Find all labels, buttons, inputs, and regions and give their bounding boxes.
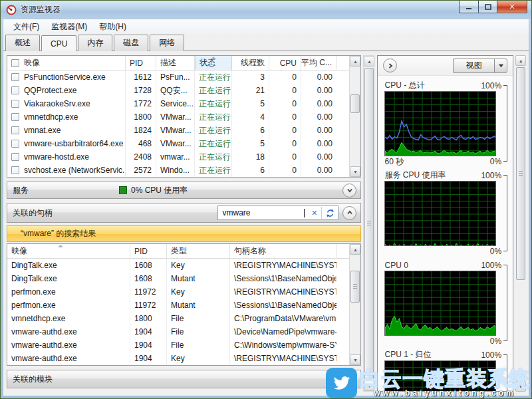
processes-scrollbar[interactable]: ▲ ▼ bbox=[349, 56, 360, 177]
col-header-avg-cpu[interactable]: 平均 C... bbox=[301, 56, 336, 70]
cell-pid: 1772 bbox=[126, 97, 156, 110]
handle-row[interactable]: vmware-authd.exe1904File\Device\NamedPip… bbox=[7, 325, 349, 338]
handles-search-box[interactable]: vmware ✕ bbox=[217, 205, 338, 220]
tab-memory[interactable]: 内存 bbox=[78, 35, 112, 51]
process-row[interactable]: svchost.exe (NetworkServic...2572Windo..… bbox=[7, 164, 349, 177]
col-header-threads[interactable]: 线程数 bbox=[232, 56, 269, 70]
col-header-handle-name[interactable]: 句柄名称 bbox=[230, 244, 336, 258]
search-input[interactable]: vmware bbox=[222, 208, 304, 217]
row-checkbox[interactable] bbox=[11, 140, 19, 148]
scrollbar-thumb[interactable] bbox=[350, 94, 360, 113]
tab-disk[interactable]: 磁盘 bbox=[114, 35, 148, 51]
cell-threads: 6 bbox=[232, 124, 269, 137]
tab-network[interactable]: 网络 bbox=[150, 35, 184, 51]
process-row[interactable]: QQProtect.exe1728QQ安...正在运行2100.00 bbox=[7, 84, 349, 97]
scrollbar-thumb[interactable] bbox=[364, 68, 374, 379]
graph-scale-bracket bbox=[503, 265, 507, 341]
handle-row[interactable]: DingTalk.exe1608Key\REGISTRY\MACHINE\SYS… bbox=[7, 259, 349, 272]
handle-row[interactable]: vmnetdhcp.exe1800FileC:\ProgramData\VMwa… bbox=[7, 312, 349, 325]
handle-row[interactable]: vmware-authd.exe1904FileC:\Windows\temp\… bbox=[7, 338, 349, 352]
cell-image: vmnat.exe bbox=[7, 124, 126, 137]
handle-row[interactable]: vmware-authd.exe1904Key\REGISTRY\MACHINE… bbox=[7, 352, 349, 365]
row-checkbox[interactable] bbox=[11, 166, 19, 174]
row-checkbox[interactable] bbox=[11, 153, 19, 161]
left-panel: 映像 PID 描述 状态 线程数 CPU 平均 C... PsFunctionS… bbox=[7, 55, 361, 392]
cell-pid: 1904 bbox=[130, 325, 167, 338]
scroll-up-icon[interactable]: ▲ bbox=[350, 56, 360, 66]
row-checkbox[interactable] bbox=[11, 113, 19, 121]
services-collapse-button[interactable] bbox=[342, 184, 356, 198]
tab-overview[interactable]: 概述 bbox=[5, 35, 40, 51]
menu-help[interactable]: 帮助(H) bbox=[93, 20, 132, 34]
col-header-status[interactable]: 状态 bbox=[195, 56, 232, 70]
tab-bar: 概述 CPU 内存 磁盘 网络 bbox=[3, 34, 529, 51]
scrollbar-thumb[interactable] bbox=[350, 271, 360, 303]
cell-image: vmware-authd.exe bbox=[7, 352, 130, 365]
menu-file[interactable]: 文件(F) bbox=[7, 20, 45, 34]
refresh-search-button[interactable] bbox=[322, 206, 338, 219]
cell-pid: 1904 bbox=[130, 338, 167, 352]
handles-section-bar[interactable]: 关联的句柄 vmware ✕ bbox=[7, 203, 361, 223]
col-header-pid[interactable]: PID bbox=[126, 56, 156, 70]
view-dropdown-arrow[interactable] bbox=[494, 59, 507, 73]
scroll-up-icon[interactable]: ▲ bbox=[364, 56, 374, 66]
watermark-title: 白云一键重装系统 bbox=[360, 369, 530, 389]
graphs-scrollbar[interactable]: ▲ ▼ bbox=[515, 55, 527, 392]
modules-section-bar[interactable]: 关联的模块 bbox=[7, 370, 361, 388]
chevron-right-icon bbox=[386, 62, 394, 70]
cell-image: vmnetdhcp.exe bbox=[7, 110, 126, 124]
col-header-image[interactable]: 映像 bbox=[7, 56, 126, 70]
clear-search-icon[interactable]: ✕ bbox=[307, 209, 321, 217]
select-all-checkbox[interactable] bbox=[11, 59, 19, 67]
col-header-pid[interactable]: PID bbox=[130, 244, 167, 258]
scroll-up-icon[interactable]: ▲ bbox=[515, 55, 526, 66]
cell-cpu: 0 bbox=[269, 150, 301, 164]
row-checkbox[interactable] bbox=[11, 100, 19, 108]
left-panel-scrollbar[interactable]: ▲ ▼ bbox=[363, 55, 374, 392]
cell-threads: 5 bbox=[232, 137, 269, 150]
scrollbar-thumb[interactable] bbox=[516, 67, 525, 280]
cell-image: PsFunctionService.exe bbox=[7, 70, 126, 84]
process-row[interactable]: PsFunctionService.exe1612PsFun...正在运行300… bbox=[7, 70, 349, 84]
row-checkbox[interactable] bbox=[11, 73, 19, 81]
cell-status: 正在运行 bbox=[195, 110, 232, 124]
process-row[interactable]: vmware-hostd.exe2408vmwar...正在运行1800.00 bbox=[7, 150, 349, 164]
col-header-cpu[interactable]: CPU bbox=[269, 56, 301, 70]
graph-canvas bbox=[384, 91, 496, 156]
cell-avg-cpu: 0.00 bbox=[301, 124, 336, 137]
cell-avg-cpu: 0.00 bbox=[301, 84, 336, 97]
scroll-down-icon[interactable]: ▼ bbox=[350, 354, 360, 365]
processes-rows: PsFunctionService.exe1612PsFun...正在运行300… bbox=[7, 70, 349, 177]
scroll-down-icon[interactable]: ▼ bbox=[350, 166, 360, 177]
row-checkbox[interactable] bbox=[11, 126, 19, 134]
scroll-up-icon[interactable]: ▲ bbox=[350, 244, 360, 255]
menu-monitor[interactable]: 监视器(M) bbox=[45, 20, 93, 34]
view-button-label[interactable]: 视图 bbox=[453, 59, 494, 73]
col-header-type[interactable]: 类型 bbox=[167, 244, 230, 258]
row-checkbox[interactable] bbox=[11, 86, 19, 94]
process-row[interactable]: vmnat.exe1824VMwar...正在运行600.00 bbox=[7, 124, 349, 137]
handles-collapse-button[interactable] bbox=[342, 206, 356, 220]
col-header-desc[interactable]: 描述 bbox=[156, 56, 195, 70]
col-header-image[interactable]: 映像 bbox=[7, 244, 130, 258]
minimize-button[interactable] bbox=[459, 1, 478, 13]
handles-scrollbar[interactable]: ▲ ▼ bbox=[349, 244, 360, 365]
graph-canvas bbox=[384, 181, 496, 246]
process-row[interactable]: vmnetdhcp.exe1800VMwar...正在运行400.00 bbox=[7, 110, 349, 124]
expand-panel-button[interactable] bbox=[383, 59, 397, 72]
cell-handle-name: \REGISTRY\MACHINE\SYSTEM\... bbox=[230, 259, 336, 272]
close-button[interactable]: ✕ bbox=[497, 1, 527, 13]
cell-cpu: 0 bbox=[269, 97, 301, 110]
process-row[interactable]: ViakaraokeSrv.exe1772Service...正在运行500.0… bbox=[7, 97, 349, 110]
process-row[interactable]: vmware-usbarbitrator64.exe468VMwar...正在运… bbox=[7, 137, 349, 150]
handle-row[interactable]: DingTalk.exe1608Mutant\Sessions\1\BaseNa… bbox=[7, 272, 349, 285]
services-section-bar[interactable]: 服务 0% CPU 使用率 bbox=[7, 182, 361, 199]
tab-cpu[interactable]: CPU bbox=[41, 35, 76, 51]
maximize-button[interactable] bbox=[478, 1, 497, 13]
titlebar[interactable]: 资源监视器 ✕ bbox=[1, 1, 531, 19]
view-dropdown-button[interactable]: 视图 bbox=[453, 59, 507, 73]
graph-ymax-label: 100% bbox=[481, 261, 501, 270]
handle-row[interactable]: perfmon.exe11972Mutant\Sessions\1\BaseNa… bbox=[7, 299, 349, 312]
cell-avg-cpu: 0.00 bbox=[301, 97, 336, 110]
handle-row[interactable]: perfmon.exe11972Key\REGISTRY\MACHINE\SYS… bbox=[7, 285, 349, 299]
